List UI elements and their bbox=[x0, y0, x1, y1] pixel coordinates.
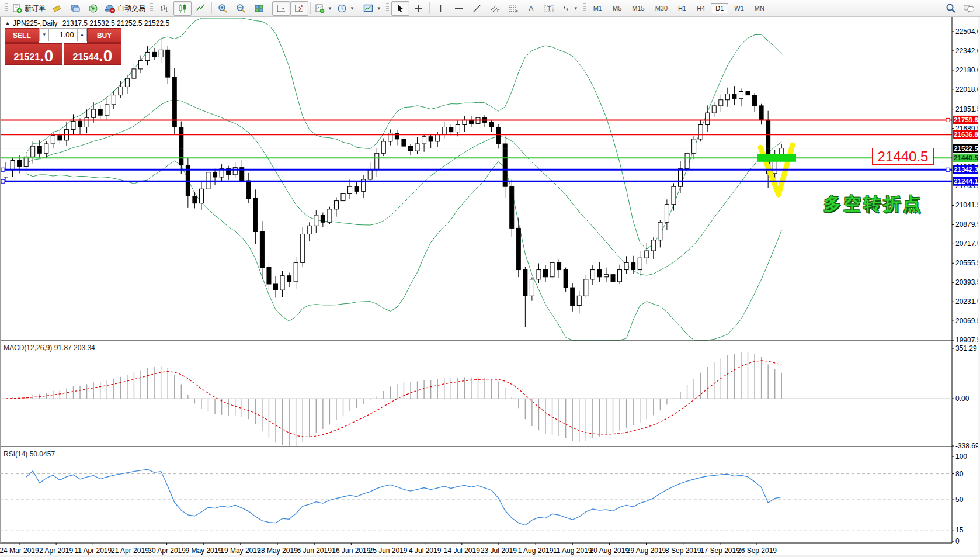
candle-body bbox=[368, 170, 372, 179]
price-tick-label: 20393.5 bbox=[955, 278, 980, 286]
candle-body bbox=[125, 78, 129, 87]
symbol-period-label: JPN225-,Daily bbox=[13, 19, 58, 27]
date-label: 1 Aug 2019 bbox=[518, 546, 554, 555]
volume-increase-button[interactable]: ▲ bbox=[77, 28, 87, 41]
crosshair-icon bbox=[413, 4, 423, 13]
candle-body bbox=[355, 186, 359, 191]
candle-body bbox=[199, 189, 203, 203]
candle-body bbox=[348, 186, 352, 193]
zoom-in-button[interactable] bbox=[214, 1, 232, 16]
periods-button[interactable]: ▼ bbox=[335, 1, 357, 16]
arrows-button[interactable]: ▼ bbox=[558, 1, 581, 16]
line-handle[interactable] bbox=[1, 179, 5, 183]
line-handle[interactable] bbox=[946, 168, 950, 171]
timeframe-m1[interactable]: M1 bbox=[589, 3, 607, 13]
equidistant-channel-button[interactable]: E bbox=[486, 1, 504, 16]
sell-price-display[interactable]: 21521.0 bbox=[5, 43, 62, 65]
timeframe-d1[interactable]: D1 bbox=[711, 3, 728, 13]
price-line-tag-label: 21636.8 bbox=[954, 131, 978, 138]
candle-body bbox=[780, 148, 784, 155]
new-order-button[interactable]: 新订单 bbox=[10, 1, 48, 16]
buy-button[interactable]: BUY bbox=[87, 28, 121, 43]
timeframe-m30[interactable]: M30 bbox=[651, 3, 672, 13]
toolbar-separator bbox=[211, 2, 212, 14]
price-tick-label: 20717.5 bbox=[955, 240, 980, 248]
timeframe-m5[interactable]: M5 bbox=[608, 3, 626, 13]
candlestick-chart-button[interactable] bbox=[173, 1, 192, 16]
timeframe-w1[interactable]: W1 bbox=[729, 3, 749, 13]
line-handle[interactable] bbox=[1, 168, 5, 171]
price-line-tag-label: 21522.5 bbox=[954, 145, 978, 152]
vertical-line-icon bbox=[436, 4, 445, 13]
rsi-pane bbox=[0, 469, 952, 530]
chart-shift-icon bbox=[294, 4, 304, 13]
price-callout-box[interactable]: 21440.5 bbox=[872, 148, 934, 165]
auto-scroll-icon bbox=[276, 4, 286, 13]
annotation-cn-text[interactable]: 多空转折点 bbox=[823, 192, 923, 216]
candle-body bbox=[665, 205, 669, 223]
horizontal-line-button[interactable] bbox=[450, 1, 468, 16]
chart-shift-button[interactable] bbox=[290, 1, 308, 16]
chart-canvas[interactable]: 22504.022342.022180.022018.021851.521689… bbox=[0, 17, 980, 557]
bar-chart-button[interactable] bbox=[155, 1, 173, 16]
date-label: 21 Apr 2019 bbox=[111, 546, 149, 555]
candle-body bbox=[280, 276, 284, 290]
candle-body bbox=[328, 209, 332, 222]
price-line-tag-label: 21342.3 bbox=[954, 166, 978, 173]
indicators-button[interactable]: ▼ bbox=[312, 1, 335, 16]
collapse-arrow-icon[interactable]: ▲ bbox=[5, 20, 10, 26]
terminal-button[interactable] bbox=[66, 1, 84, 16]
date-label: 19 May 2019 bbox=[220, 546, 261, 555]
candle-body bbox=[537, 270, 541, 279]
sell-button[interactable]: SELL bbox=[5, 28, 39, 43]
terminal-icon bbox=[70, 4, 80, 13]
volume-decrease-button[interactable]: ▼ bbox=[39, 28, 49, 41]
crosshair-button[interactable] bbox=[409, 1, 428, 16]
auto-scroll-button[interactable] bbox=[272, 1, 290, 16]
timeframe-mn[interactable]: MN bbox=[750, 3, 769, 13]
timeframe-m15[interactable]: M15 bbox=[627, 3, 649, 13]
rsi-indicator-label: RSI(14) 50.0457 bbox=[4, 450, 55, 458]
toolbar-grip bbox=[583, 3, 586, 13]
candle-body bbox=[577, 296, 581, 305]
candle-body bbox=[732, 94, 736, 99]
price-tick-label: 21851.5 bbox=[955, 105, 980, 113]
candle-body bbox=[429, 137, 433, 141]
signals-button[interactable] bbox=[84, 1, 102, 16]
trendline-button[interactable] bbox=[468, 1, 486, 16]
toolbar-grip bbox=[5, 3, 8, 13]
cursor-button[interactable] bbox=[391, 1, 409, 16]
text-label-button[interactable]: T bbox=[540, 1, 558, 16]
arrows-icon bbox=[561, 4, 571, 13]
highlight-rectangle[interactable] bbox=[757, 154, 796, 162]
chart-area[interactable]: 22504.022342.022180.022018.021851.521689… bbox=[0, 17, 980, 557]
candle-body bbox=[631, 262, 635, 269]
svg-text:A: A bbox=[529, 4, 534, 13]
highlight-annotation[interactable] bbox=[757, 154, 796, 162]
candle-body bbox=[611, 275, 615, 282]
zoom-out-button[interactable] bbox=[232, 1, 250, 16]
toolbar-separator bbox=[429, 2, 430, 14]
buy-price-display[interactable]: 21544.0 bbox=[64, 43, 121, 65]
line-handle[interactable] bbox=[946, 118, 950, 122]
chat-button[interactable] bbox=[960, 1, 978, 16]
text-button[interactable]: A bbox=[522, 1, 540, 16]
vertical-line-button[interactable] bbox=[432, 1, 450, 16]
candle-body bbox=[334, 201, 338, 209]
templates-button[interactable]: ▼ bbox=[361, 1, 384, 16]
candle-body bbox=[564, 270, 568, 288]
search-button[interactable] bbox=[941, 1, 960, 16]
window-edge bbox=[978, 17, 980, 557]
fibonacci-button[interactable]: F bbox=[504, 1, 522, 16]
candle-body bbox=[584, 279, 588, 296]
timeframe-h1[interactable]: H1 bbox=[673, 3, 691, 13]
autotrading-button[interactable]: 自动交易 bbox=[102, 1, 148, 16]
candle-body bbox=[233, 168, 237, 175]
tile-windows-button[interactable] bbox=[250, 1, 268, 16]
volume-input[interactable]: 1.00 bbox=[49, 28, 77, 41]
timeframe-h4[interactable]: H4 bbox=[692, 3, 710, 13]
eraser-button[interactable] bbox=[48, 1, 66, 16]
macd-scale-label: 351.29 bbox=[955, 344, 977, 352]
candle-body bbox=[132, 69, 136, 78]
line-chart-button[interactable] bbox=[192, 1, 210, 16]
